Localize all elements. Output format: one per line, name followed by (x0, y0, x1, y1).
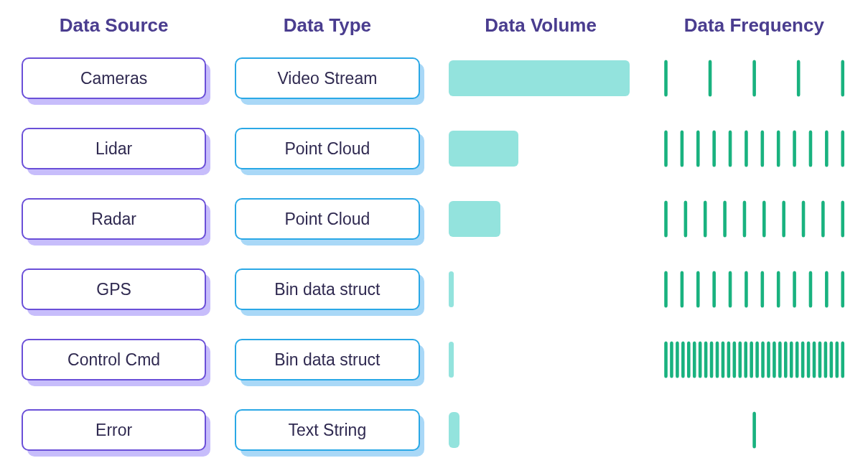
column-header-frequency: Data Frequency (662, 14, 846, 39)
frequency-ticks (662, 409, 846, 451)
volume-bar (449, 409, 633, 451)
source-box: Lidar (22, 128, 206, 171)
source-label: Error (22, 409, 206, 451)
source-box: GPS (22, 268, 206, 312)
frequency-ticks (662, 198, 846, 240)
source-box: Radar (22, 198, 206, 241)
source-label: Control Cmd (22, 339, 206, 380)
frequency-ticks (662, 268, 846, 310)
source-box: Cameras (22, 57, 206, 101)
source-box: Error (22, 409, 206, 452)
type-label: Bin data struct (235, 339, 419, 380)
type-box: Bin data struct (235, 339, 419, 382)
type-label: Point Cloud (235, 198, 419, 240)
source-label: Cameras (22, 57, 206, 99)
volume-bar (449, 57, 633, 99)
volume-bar (449, 339, 633, 380)
type-box: Bin data struct (235, 268, 419, 312)
frequency-ticks (662, 339, 846, 380)
type-label: Video Stream (235, 57, 419, 99)
type-label: Point Cloud (235, 128, 419, 169)
volume-bar (449, 268, 633, 310)
volume-bar (449, 128, 633, 169)
frequency-ticks (662, 128, 846, 169)
source-box: Control Cmd (22, 339, 206, 382)
frequency-ticks (662, 57, 846, 99)
type-label: Text String (235, 409, 419, 451)
column-header-source: Data Source (22, 14, 206, 39)
source-label: Radar (22, 198, 206, 240)
type-box: Video Stream (235, 57, 419, 101)
type-box: Point Cloud (235, 128, 419, 171)
source-label: GPS (22, 268, 206, 310)
type-label: Bin data struct (235, 268, 419, 310)
column-header-volume: Data Volume (449, 14, 633, 39)
column-header-type: Data Type (235, 14, 419, 39)
type-box: Point Cloud (235, 198, 419, 241)
type-box: Text String (235, 409, 419, 452)
volume-bar (449, 198, 633, 240)
source-label: Lidar (22, 128, 206, 169)
